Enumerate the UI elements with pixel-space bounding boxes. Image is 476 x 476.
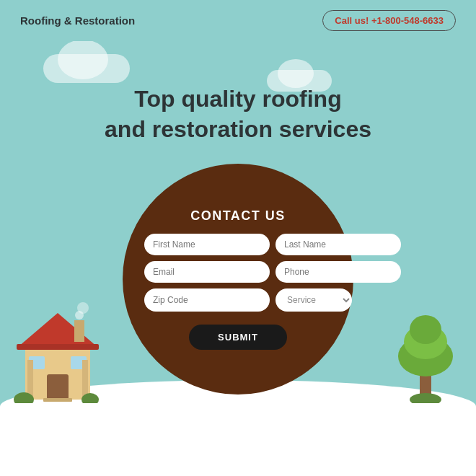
tree-illustration-right xyxy=(389,288,462,403)
svg-marker-1 xyxy=(18,313,97,347)
bottom-section: Highly qualified roofing & restoration e… xyxy=(0,459,476,476)
form-title: CONTACT US xyxy=(190,208,286,224)
svg-point-18 xyxy=(410,393,441,403)
logo: Roofing & Restoration xyxy=(20,14,135,27)
hero-title: Top quality roofing and restoration serv… xyxy=(65,84,411,144)
svg-rect-9 xyxy=(17,344,99,350)
cloud-left xyxy=(43,54,130,83)
svg-point-17 xyxy=(410,315,441,344)
service-select[interactable]: Service Roofing Restoration xyxy=(276,288,352,312)
house-illustration-left xyxy=(11,288,105,403)
first-name-input[interactable] xyxy=(144,234,270,255)
email-input[interactable] xyxy=(144,261,270,283)
last-name-input[interactable] xyxy=(276,234,401,255)
svg-rect-6 xyxy=(74,320,84,342)
call-label: Call us! xyxy=(335,15,369,26)
svg-rect-5 xyxy=(43,398,72,402)
contact-row xyxy=(144,261,332,283)
location-service-row: Service Roofing Restoration xyxy=(144,288,332,312)
hero-section: Top quality roofing and restoration serv… xyxy=(0,41,476,459)
call-button[interactable]: Call us! +1-800-548-6633 xyxy=(322,10,456,31)
submit-button[interactable]: SUBMIT xyxy=(189,325,287,350)
name-row xyxy=(144,234,332,255)
svg-point-13 xyxy=(77,302,89,314)
header: Roofing & Restoration Call us! +1-800-54… xyxy=(0,0,476,41)
phone-input[interactable] xyxy=(276,261,401,283)
zip-input[interactable] xyxy=(144,288,270,312)
contact-form-circle: CONTACT US Service Roofing Restoration S… xyxy=(123,164,353,395)
svg-rect-2 xyxy=(47,374,69,400)
phone-number: +1-800-548-6633 xyxy=(371,15,444,26)
